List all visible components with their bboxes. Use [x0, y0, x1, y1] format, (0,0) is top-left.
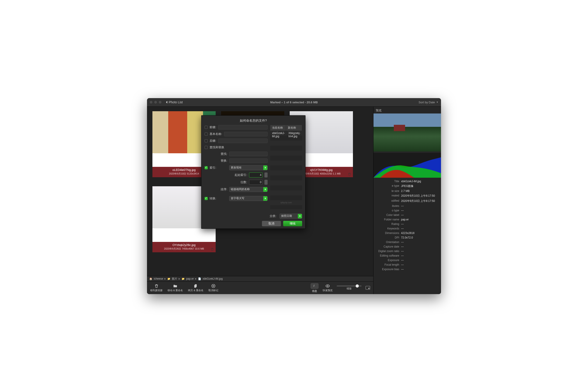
dialog-options: 前缀: 基本名称: 后缀: 查找和替换 查找: 替换: 索引:更改现有 起始索引…: [204, 125, 268, 209]
prefix-input[interactable]: [218, 125, 268, 130]
table-row: [270, 185, 302, 190]
transform-select[interactable]: 首字母大写: [229, 196, 268, 201]
continue-button[interactable]: 继续: [283, 221, 302, 226]
crumb-item[interactable]: pap.er: [186, 277, 194, 280]
titlebar: Photo List Marked – 1 of 6 selected - 20…: [147, 98, 441, 107]
meta-row: Color label---: [376, 213, 439, 217]
basename-checkbox[interactable]: [204, 132, 208, 136]
index-checkbox[interactable]: [204, 166, 208, 169]
replace-input[interactable]: [229, 158, 268, 163]
transform-checkbox[interactable]: [204, 197, 208, 200]
meta-row: reated2020年9月10日 上午8:17:50: [376, 193, 439, 198]
meta-row: Capture date---: [376, 244, 439, 249]
meta-row: o type---: [376, 208, 439, 213]
sort-button[interactable]: Sort by Date▼: [419, 100, 438, 104]
main-pane: oLED4le0TNg.jpg 2020年9月10日 5120x3414 L9S…: [147, 107, 373, 294]
window-title: Marked – 1 of 6 selected - 20.6 MB: [270, 100, 318, 104]
meta-row: Dimensions4223x2818: [376, 231, 439, 235]
basename-input[interactable]: [224, 132, 268, 136]
meta-row: Exposure---: [376, 258, 439, 262]
meta-row: ibutes---: [376, 204, 439, 208]
find-input[interactable]: [229, 152, 268, 156]
table-row: [270, 140, 302, 146]
digits-stepper[interactable]: [264, 180, 268, 185]
index-mode-select[interactable]: 更改现有: [229, 165, 268, 170]
fit-icon[interactable]: [366, 286, 370, 290]
thumb-meta: 2020年9月26日 7456x4967 10.6 MB: [154, 247, 214, 250]
digits-input[interactable]: [249, 180, 263, 185]
preview-label: 预览: [374, 107, 441, 114]
zoom-slider[interactable]: [337, 286, 362, 286]
quicklook-button[interactable]: 快速预览: [323, 284, 333, 292]
breadcrumb[interactable]: 🏠icheese▶📁图片▶📁pap.er▶📄xbkGzekJ-iM.jpg: [147, 276, 373, 282]
rename-dialog: 如何命名您的文件? 前缀: 基本名称: 后缀: 查找和替换 查找: 替换: 索引…: [201, 115, 306, 229]
traffic-lights[interactable]: [150, 101, 162, 104]
back-button[interactable]: Photo List: [166, 100, 183, 104]
category-select[interactable]: 按照日期: [280, 214, 302, 218]
crumb-item[interactable]: 图片: [172, 277, 177, 281]
start-index-stepper[interactable]: [264, 172, 268, 178]
meta-row: e typeJPEG图像: [376, 184, 439, 189]
meta-row: Exposure bias---: [376, 267, 439, 272]
table-row: [270, 166, 302, 170]
meta-row: odified2020年9月10日 上午8:17:50: [376, 198, 439, 204]
trash-icon[interactable]: [210, 247, 214, 252]
table-row: xbkGzekJ-iM.jpgXbkgzekj-Im4.jpg: [270, 131, 302, 136]
preview-image: [374, 114, 441, 152]
meta-row: Digital zoom ratio---: [376, 249, 439, 254]
svg-text:i: i: [314, 284, 314, 287]
table-row: [270, 195, 302, 200]
back-label: Photo List: [169, 100, 183, 104]
crumb-item[interactable]: xbkGzekJ-iM.jpg: [202, 277, 223, 280]
move-rename-button[interactable]: 移动 & 重命名: [168, 284, 183, 292]
sort-select[interactable]: 链接相同的名称: [229, 187, 268, 192]
meta-row: le size2.7 MB: [376, 189, 439, 193]
table-row: [270, 176, 302, 180]
table-row: [270, 150, 302, 156]
copy-rename-button[interactable]: 拷贝 & 重命名: [188, 284, 203, 292]
meta-row: Folder namepap.er: [376, 217, 439, 222]
unmark-button[interactable]: 取消标记: [208, 284, 218, 292]
bottom-toolbar: 移到废纸篓 移动 & 重命名 拷贝 & 重命名 取消标记 i信息 快速预览 缩放: [147, 282, 373, 294]
meta-row: Orientation---: [376, 240, 439, 244]
meta-row: Focal length---: [376, 262, 439, 267]
trash-button[interactable]: 移到废纸篓: [150, 284, 163, 292]
trash-icon[interactable]: [348, 172, 352, 176]
metadata-list: TitlexbkGzekJ-iM.jpge typeJPEG图像le size2…: [374, 178, 441, 294]
suffix-input[interactable]: [218, 138, 268, 143]
histogram: [374, 153, 441, 178]
crumb-item[interactable]: icheese: [154, 277, 163, 280]
meta-row: Rating---: [376, 222, 439, 226]
suffix-checkbox[interactable]: [204, 139, 208, 142]
meta-row: DPI72.0x72.0: [376, 235, 439, 240]
thumb-filename: OYzbqk2y26c.jpg: [154, 243, 214, 247]
table-row: [270, 180, 302, 185]
svg-point-2: [327, 285, 328, 286]
table-row: [270, 160, 302, 166]
findreplace-checkbox[interactable]: [204, 146, 208, 149]
zoom-control[interactable]: 缩放: [337, 286, 362, 290]
meta-row: Editing software---: [376, 254, 439, 258]
table-row: [270, 136, 302, 140]
table-row: [270, 190, 302, 195]
table-row: [270, 156, 302, 160]
meta-row: TitlexbkGzekJ-iM.jpg: [376, 179, 439, 184]
chevron-down-icon: ▼: [436, 101, 438, 103]
table-row: [270, 170, 302, 176]
chevron-left-icon: [166, 100, 168, 104]
info-button[interactable]: i信息: [311, 283, 319, 293]
dialog-title: 如何命名您的文件?: [201, 116, 305, 125]
start-index-input[interactable]: [249, 172, 263, 178]
meta-row: Keywords---: [376, 226, 439, 231]
app-window: Photo List Marked – 1 of 6 selected - 20…: [147, 98, 441, 294]
cancel-button[interactable]: 取消: [262, 221, 281, 226]
inspector-panel: 预览 TitlexbkGzekJ-iM.jpge typeJPEG图像le si…: [373, 107, 441, 294]
preview-table: 当前名称新名称 xbkGzekJ-iM.jpgXbkgzekj-Im4.jpg …: [270, 125, 302, 209]
prefix-checkbox[interactable]: [204, 126, 208, 129]
table-row: [270, 146, 302, 150]
